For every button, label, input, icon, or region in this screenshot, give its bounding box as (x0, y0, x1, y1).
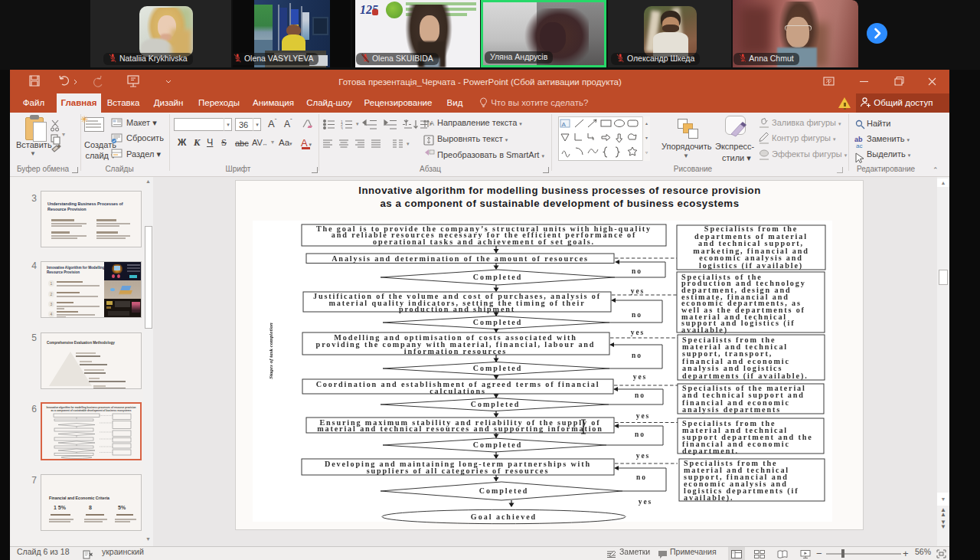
svg-text:operational tasks and achievem: operational tasks and achievement of set… (373, 237, 595, 246)
svg-text:departments (if available).: departments (if available). (682, 372, 808, 381)
svg-text:Completed: Completed (473, 440, 523, 449)
svg-text:▾: ▾ (356, 121, 359, 126)
svg-text:logistics (if available): logistics (if available) (699, 261, 803, 270)
svg-text:yes: yes (636, 412, 651, 420)
svg-text:Готова презентація_Черчата - P: Готова презентація_Черчата - PowerPoint … (338, 77, 622, 87)
svg-text:yes: yes (633, 373, 648, 381)
svg-text:yes: yes (631, 287, 645, 295)
svg-text:yes: yes (639, 498, 653, 506)
svg-text:calculations: calculations (430, 387, 486, 395)
svg-text:no: no (635, 431, 645, 438)
svg-text:Stages of task completion: Stages of task completion (268, 323, 273, 379)
svg-text:as a component of sustainable: as a component of sustainable developmen… (51, 409, 132, 412)
svg-text:no: no (632, 352, 642, 359)
svg-text:Completed: Completed (473, 273, 523, 281)
svg-text:Innovative algorithm for model: Innovative algorithm for modelling busin… (358, 185, 761, 196)
svg-text:available): available) (681, 326, 728, 335)
svg-text:suppliers of all categories of: suppliers of all categories of resources (367, 467, 550, 475)
svg-text:3: 3 (341, 126, 343, 130)
svg-text:A: A (562, 121, 567, 128)
svg-text:Completed: Completed (479, 486, 529, 495)
svg-text:information resources: information resources (404, 347, 507, 355)
svg-text:analysis departments: analysis departments (682, 405, 781, 414)
svg-text:no: no (632, 267, 642, 275)
svg-text:ac: ac (856, 142, 862, 149)
svg-text:▾: ▾ (407, 141, 410, 146)
svg-text:production and shipment: production and shipment (399, 305, 515, 313)
svg-text:material and technical resourc: material and technical resources and sup… (317, 424, 603, 433)
svg-text:department.: department. (682, 447, 739, 455)
svg-text:as a component of sustainable: as a component of sustainable developmen… (380, 198, 739, 209)
svg-text:Goal achieved: Goal achieved (471, 513, 537, 521)
svg-text:no: no (632, 311, 642, 319)
svg-text:no: no (635, 391, 645, 399)
svg-text:yes: yes (636, 452, 651, 460)
svg-text:Completed: Completed (473, 318, 523, 326)
svg-text:Completed: Completed (471, 400, 521, 408)
svg-text:Analysis and determination of: Analysis and determination of the amount… (332, 254, 589, 263)
svg-text:Completed: Completed (473, 364, 523, 372)
svg-text:A: A (430, 120, 434, 127)
svg-text:no: no (636, 473, 647, 481)
svg-text:available).: available). (684, 493, 733, 503)
svg-text:yes: yes (631, 329, 645, 336)
